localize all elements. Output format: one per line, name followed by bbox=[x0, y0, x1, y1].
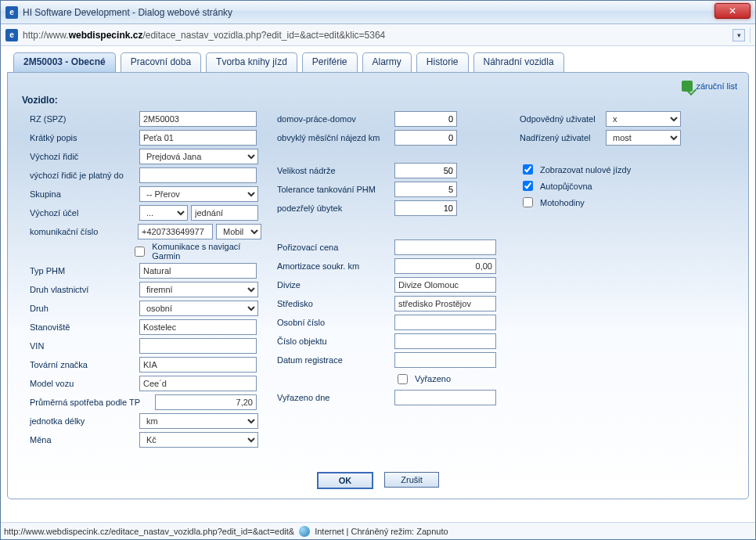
divize-input[interactable] bbox=[394, 277, 496, 293]
form-panel: záruční list Vozidlo: RZ (SPZ) Krátký po… bbox=[7, 72, 749, 499]
internet-zone-icon bbox=[299, 526, 310, 537]
odpov-label: Odpovědný uživatel bbox=[520, 114, 606, 124]
objekt-label: Číslo objektu bbox=[277, 337, 394, 346]
dialog-window: e HI Software Development - Dialog webov… bbox=[0, 0, 756, 540]
divize-label: Divize bbox=[277, 280, 394, 290]
najezd-label: obvyklý měsíční nájezd km bbox=[277, 133, 394, 142]
datreg-label: Datum registrace bbox=[277, 355, 394, 365]
autopujcovna-row[interactable]: Autopůjčovna bbox=[520, 178, 737, 193]
mena-label: Měna bbox=[30, 435, 139, 445]
motohodiny-row[interactable]: Motohodiny bbox=[520, 195, 737, 210]
close-icon: ✕ bbox=[729, 5, 736, 16]
window-title: HI Software Development - Dialog webové … bbox=[23, 7, 232, 18]
tab-tvorba-knihy[interactable]: Tvorba knihy jízd bbox=[206, 52, 297, 72]
nulove-jizdy-row[interactable]: Zobrazovat nulové jízdy bbox=[520, 162, 737, 177]
odpov-select[interactable]: x bbox=[606, 111, 681, 127]
stan-input[interactable] bbox=[139, 319, 257, 335]
autopujcovna-checkbox[interactable] bbox=[523, 181, 533, 191]
typphm-label: Typ PHM bbox=[30, 266, 139, 275]
popis-input[interactable] bbox=[139, 130, 257, 146]
oscislo-input[interactable] bbox=[394, 315, 496, 330]
url-dropdown-button[interactable]: ▾ bbox=[733, 29, 745, 41]
model-label: Model vozu bbox=[30, 379, 139, 388]
ok-button[interactable]: OK bbox=[317, 472, 373, 489]
komcislo-label: komunikační číslo bbox=[30, 227, 138, 236]
vyrazdne-input[interactable] bbox=[394, 390, 496, 405]
tab-obecne[interactable]: 2M50003 - Obecné bbox=[13, 52, 116, 73]
warranty-link[interactable]: záruční list bbox=[682, 81, 737, 92]
warranty-icon bbox=[682, 81, 693, 92]
ucel-input[interactable] bbox=[191, 205, 258, 221]
typphm-input[interactable] bbox=[139, 263, 257, 279]
spotreba-label: Průměrná spotřeba podle TP bbox=[30, 398, 155, 407]
tab-strip: 2M50003 - Obecné Pracovní doba Tvorba kn… bbox=[7, 52, 749, 72]
garmin-checkbox[interactable] bbox=[135, 247, 145, 257]
amort-input[interactable] bbox=[394, 258, 496, 274]
nulove-jizdy-checkbox[interactable] bbox=[523, 164, 533, 175]
vlast-label: Druh vlastnictví bbox=[30, 285, 139, 294]
mena-select[interactable]: Kč bbox=[139, 432, 258, 448]
ridic-label: Výchozí řidič bbox=[30, 152, 139, 161]
ucel-select[interactable]: ... bbox=[139, 205, 188, 221]
objekt-input[interactable] bbox=[394, 333, 496, 349]
znacka-input[interactable] bbox=[139, 357, 257, 373]
ubytek-label: podezřelý úbytek bbox=[277, 203, 394, 213]
page-favicon-icon: e bbox=[5, 29, 18, 41]
rz-input[interactable] bbox=[139, 111, 257, 127]
druh-select[interactable]: osobní bbox=[139, 301, 258, 316]
status-url: http://www.webdispecink.cz/editace_nasta… bbox=[4, 527, 294, 536]
ridic-platny-input[interactable] bbox=[139, 167, 257, 183]
address-bar: e http://www.webdispecink.cz/editace_nas… bbox=[1, 24, 755, 46]
nadriz-select[interactable]: most bbox=[606, 130, 681, 146]
vin-label: VIN bbox=[30, 341, 139, 351]
chevron-down-icon: ▾ bbox=[737, 31, 741, 39]
dpd-input[interactable] bbox=[394, 111, 457, 127]
tab-nahradni[interactable]: Náhradní vozidla bbox=[473, 52, 564, 72]
tab-periferie[interactable]: Periférie bbox=[302, 52, 358, 72]
delka-select[interactable]: km bbox=[139, 413, 258, 429]
content-area: 2M50003 - Obecné Pracovní doba Tvorba kn… bbox=[1, 46, 755, 522]
ridic-platny-label: výchozí řidič je platný do bbox=[30, 171, 139, 180]
titlebar: e HI Software Development - Dialog webov… bbox=[1, 1, 755, 24]
tab-alarmy[interactable]: Alarmy bbox=[362, 52, 412, 72]
popis-label: Krátký popis bbox=[30, 133, 139, 142]
tab-pracovni-doba[interactable]: Pracovní doba bbox=[121, 52, 201, 72]
vlast-select[interactable]: firemní bbox=[139, 282, 258, 297]
vyrazeno-checkbox[interactable] bbox=[398, 374, 408, 384]
druh-label: Druh bbox=[30, 304, 139, 313]
najezd-input[interactable] bbox=[394, 130, 457, 146]
poriz-input[interactable] bbox=[394, 239, 496, 255]
ridic-select[interactable]: Prejdová Jana bbox=[139, 149, 258, 164]
ucel-label: Výchozí účel bbox=[30, 208, 139, 218]
ie-favicon-icon: e bbox=[5, 6, 18, 19]
ubytek-input[interactable] bbox=[394, 200, 457, 216]
model-input[interactable] bbox=[139, 376, 257, 391]
button-bar: OK Zrušit bbox=[8, 472, 748, 489]
toler-label: Tolerance tankování PHM bbox=[277, 185, 394, 194]
stred-input[interactable] bbox=[394, 296, 496, 311]
nadrz-input[interactable] bbox=[394, 163, 457, 178]
skupina-label: Skupina bbox=[30, 189, 139, 199]
komcislo-type-select[interactable]: Mobil bbox=[216, 224, 261, 239]
datreg-input[interactable] bbox=[394, 352, 496, 368]
tab-historie[interactable]: Historie bbox=[416, 52, 469, 72]
amort-label: Amortizace soukr. km bbox=[277, 261, 394, 271]
toler-input[interactable] bbox=[394, 182, 457, 197]
vin-input[interactable] bbox=[139, 338, 257, 354]
garmin-checkbox-row[interactable]: Komunikace s navigací Garmin bbox=[131, 242, 261, 261]
close-button[interactable]: ✕ bbox=[715, 3, 751, 19]
nadriz-label: Nadřízený uživatel bbox=[520, 133, 606, 142]
url-text[interactable]: http://www.webdispecink.cz/editace_nasta… bbox=[23, 30, 728, 41]
poriz-label: Pořizovací cena bbox=[277, 243, 394, 252]
section-title: Vozidlo: bbox=[22, 95, 737, 106]
spotreba-input[interactable] bbox=[155, 394, 257, 410]
cancel-button[interactable]: Zrušit bbox=[384, 472, 439, 488]
motohodiny-checkbox[interactable] bbox=[523, 197, 533, 207]
column-right: Odpovědný uživatel x Nadřízený uživatel … bbox=[520, 110, 737, 448]
nadrz-label: Velikost nádrže bbox=[277, 166, 394, 175]
stred-label: Středisko bbox=[277, 299, 394, 308]
komcislo-input[interactable] bbox=[138, 224, 213, 239]
vyrazdne-label: Vyřazeno dne bbox=[277, 393, 394, 402]
skupina-select[interactable]: -- Přerov bbox=[139, 186, 258, 202]
vyrazeno-checkbox-row[interactable]: Vyřazeno bbox=[394, 372, 451, 387]
